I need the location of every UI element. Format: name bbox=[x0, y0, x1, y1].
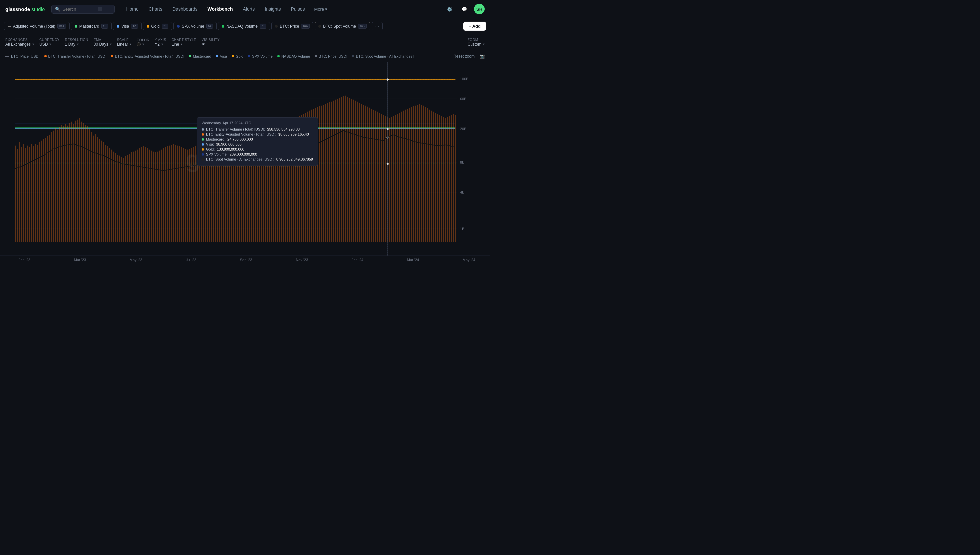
svg-rect-49 bbox=[79, 118, 80, 242]
metric-chip-nasdaq[interactable]: NASDAQ Volume f5 bbox=[218, 22, 270, 30]
resolution-control: Resolution 1 Day ▾ bbox=[65, 38, 88, 47]
svg-rect-198 bbox=[377, 112, 378, 242]
svg-rect-41 bbox=[63, 126, 64, 242]
nav-dashboards[interactable]: Dashboards bbox=[168, 4, 202, 14]
svg-rect-225 bbox=[431, 111, 432, 242]
nav-alerts[interactable]: Alerts bbox=[238, 4, 259, 14]
search-bar[interactable]: 🔍 / bbox=[51, 5, 115, 14]
metric-chip-visa[interactable]: Visa f2 bbox=[113, 22, 141, 30]
svg-rect-65 bbox=[111, 149, 112, 242]
svg-rect-107 bbox=[195, 146, 196, 242]
svg-rect-61 bbox=[103, 142, 104, 242]
svg-rect-20 bbox=[21, 147, 22, 242]
tooltip-row-2: Mastercard: 24,700,000,000 bbox=[202, 137, 313, 141]
metric-dot-visa bbox=[117, 25, 119, 28]
nav-right: ⚙️ 💬 SR bbox=[445, 4, 485, 14]
svg-rect-21 bbox=[22, 144, 24, 242]
svg-rect-223 bbox=[427, 108, 428, 242]
svg-rect-38 bbox=[57, 130, 58, 242]
svg-rect-197 bbox=[375, 111, 376, 242]
metrics-more-btn[interactable]: ··· bbox=[372, 22, 383, 30]
svg-rect-46 bbox=[73, 124, 74, 242]
svg-rect-202 bbox=[385, 116, 386, 242]
svg-rect-27 bbox=[35, 144, 36, 242]
svg-rect-34 bbox=[49, 135, 50, 242]
zoom-select[interactable]: Custom ▾ bbox=[468, 42, 485, 47]
chart-area: glassnode 100B 60B 20B 8B 4B 1B bbox=[0, 62, 490, 255]
svg-rect-57 bbox=[95, 134, 96, 242]
svg-rect-182 bbox=[345, 96, 345, 242]
svg-text:60B: 60B bbox=[460, 97, 467, 101]
svg-rect-233 bbox=[447, 117, 448, 242]
tooltip-dot-6 bbox=[202, 158, 204, 160]
legend-dash-btcprice bbox=[5, 56, 9, 57]
yaxis-select[interactable]: Y2 ▾ bbox=[155, 42, 166, 47]
svg-rect-22 bbox=[25, 148, 26, 242]
scale-chevron: ▾ bbox=[130, 42, 131, 46]
metric-chip-gold[interactable]: Gold f3 bbox=[143, 22, 172, 30]
svg-rect-87 bbox=[155, 152, 156, 242]
metric-dot-gold bbox=[147, 25, 149, 28]
zoom-chevron: ▾ bbox=[483, 42, 485, 46]
color-select[interactable]: ▾ bbox=[137, 42, 149, 46]
metrics-bar: Adjusted Volume (Total) m3 Mastercard f1… bbox=[0, 18, 490, 34]
svg-rect-84 bbox=[149, 149, 149, 242]
svg-rect-68 bbox=[117, 155, 118, 242]
scale-select[interactable]: Linear ▾ bbox=[117, 42, 131, 47]
zoom-control: Zoom Custom ▾ bbox=[468, 38, 485, 47]
svg-rect-170 bbox=[321, 106, 322, 242]
svg-rect-226 bbox=[433, 112, 434, 242]
svg-rect-95 bbox=[171, 145, 172, 242]
svg-rect-207 bbox=[395, 115, 396, 242]
nav-more[interactable]: More ▾ bbox=[310, 5, 332, 14]
metric-chip-mastercard[interactable]: Mastercard f1 bbox=[71, 22, 112, 30]
svg-rect-209 bbox=[398, 113, 400, 242]
exchanges-select[interactable]: All Exchanges ▾ bbox=[5, 42, 34, 47]
metric-chip-spx[interactable]: SPX Volume f4 bbox=[174, 22, 217, 30]
svg-rect-235 bbox=[451, 115, 451, 242]
logo: glassnode studio bbox=[5, 6, 45, 12]
nav-insights[interactable]: Insights bbox=[260, 4, 285, 14]
ema-select[interactable]: 30 Days ▾ bbox=[94, 42, 112, 47]
svg-rect-93 bbox=[167, 146, 168, 242]
svg-rect-35 bbox=[51, 132, 51, 242]
metric-chip-adj-vol[interactable]: Adjusted Volume (Total) m3 bbox=[4, 22, 70, 30]
exchanges-control: Exchanges All Exchanges ▾ bbox=[5, 38, 34, 47]
svg-rect-51 bbox=[83, 123, 84, 242]
svg-rect-17 bbox=[14, 146, 16, 242]
add-metric-button[interactable]: + Add bbox=[463, 22, 486, 30]
nav-pulses[interactable]: Pulses bbox=[286, 4, 310, 14]
svg-rect-102 bbox=[185, 149, 186, 242]
svg-rect-58 bbox=[97, 137, 98, 242]
svg-rect-36 bbox=[53, 131, 54, 242]
tooltip-dot-1 bbox=[202, 133, 204, 136]
svg-rect-104 bbox=[189, 149, 190, 242]
svg-rect-237 bbox=[455, 115, 456, 242]
metric-dot-btc-price bbox=[275, 25, 278, 28]
chat-icon[interactable]: 💬 bbox=[459, 4, 469, 14]
metric-dot-spx bbox=[177, 25, 180, 28]
metric-dot-btc-spot bbox=[318, 25, 321, 28]
settings-icon[interactable]: ⚙️ bbox=[445, 4, 455, 14]
avatar[interactable]: SR bbox=[474, 4, 485, 14]
nav-workbench[interactable]: Workbench bbox=[202, 4, 237, 14]
visibility-toggle[interactable]: 👁 bbox=[202, 42, 220, 47]
nav-charts[interactable]: Charts bbox=[144, 4, 167, 14]
color-chevron: ▾ bbox=[142, 42, 144, 46]
metric-chip-btc-price[interactable]: BTC: Price m4 bbox=[272, 22, 313, 30]
x-axis: Jan '23 Mar '23 May '23 Jul '23 Sep '23 … bbox=[0, 255, 490, 264]
reset-zoom-button[interactable]: Reset zoom bbox=[453, 54, 475, 59]
camera-icon[interactable]: 📷 bbox=[479, 54, 485, 59]
currency-select[interactable]: USD ▾ bbox=[39, 42, 59, 47]
metric-chip-btc-spot[interactable]: BTC: Spot Volume m5 bbox=[315, 22, 370, 30]
search-input[interactable] bbox=[62, 6, 96, 12]
svg-rect-103 bbox=[187, 149, 188, 242]
svg-rect-83 bbox=[147, 148, 148, 242]
svg-rect-187 bbox=[355, 101, 356, 242]
legend-dot-visa bbox=[216, 55, 218, 57]
svg-rect-217 bbox=[414, 106, 416, 242]
chart-style-select[interactable]: Line ▾ bbox=[172, 42, 196, 47]
ema-chevron: ▾ bbox=[110, 42, 112, 46]
resolution-select[interactable]: 1 Day ▾ bbox=[65, 42, 88, 47]
nav-home[interactable]: Home bbox=[121, 4, 143, 14]
